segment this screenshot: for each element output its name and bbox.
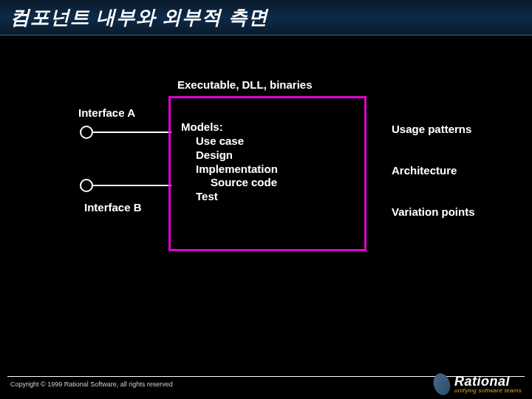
rational-oval-icon <box>432 372 453 398</box>
model-item-sourcecode: Source code <box>196 176 354 190</box>
brand-tagline: unifying software teams <box>454 388 522 394</box>
models-list: Use case Design Implementation Source co… <box>181 134 354 204</box>
executable-label: Executable, DLL, binaries <box>177 78 313 91</box>
model-item-design: Design <box>196 149 354 163</box>
interface-b-label: Interface B <box>84 201 142 214</box>
model-item-usecase: Use case <box>196 134 354 149</box>
interface-a-label: Interface A <box>78 106 135 119</box>
variation-points-label: Variation points <box>392 205 475 219</box>
brand-name: Rational <box>454 375 522 388</box>
models-header: Models: <box>181 120 354 133</box>
diagram-area: Executable, DLL, binaries Interface A In… <box>0 35 532 369</box>
copyright-text: Copyright © 1999 Rational Software, all … <box>10 381 173 388</box>
title-bar: 컴포넌트 내부와 외부적 측면 <box>0 0 532 35</box>
component-box: Models: Use case Design Implementation S… <box>168 96 366 251</box>
model-item-test: Test <box>196 190 354 204</box>
usage-patterns-label: Usage patterns <box>392 123 475 136</box>
slide-title: 컴포넌트 내부와 외부적 측면 <box>10 4 268 30</box>
right-annotations: Usage patterns Architecture Variation po… <box>392 123 475 247</box>
footer: Copyright © 1999 Rational Software, all … <box>0 369 532 399</box>
model-item-implementation: Implementation <box>196 163 354 177</box>
architecture-label: Architecture <box>392 164 475 177</box>
brand-logo: Rational unifying software teams <box>434 373 522 395</box>
